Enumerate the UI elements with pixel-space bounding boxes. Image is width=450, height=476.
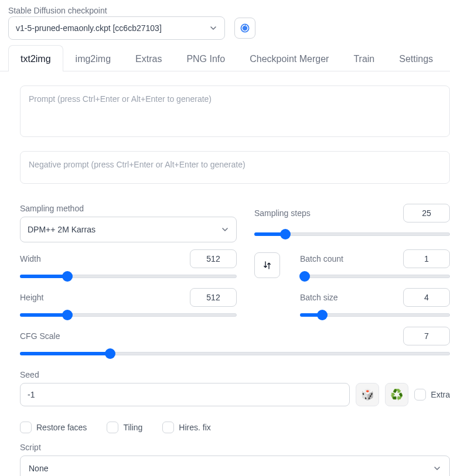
checkpoint-value: v1-5-pruned-emaonly.ckpt [cc6cb27103] <box>16 23 162 33</box>
sampling-method-field: Sampling method DPM++ 2M Karras <box>20 204 237 242</box>
swap-dimensions-button[interactable] <box>254 252 280 278</box>
width-slider[interactable] <box>20 272 237 281</box>
chevron-down-icon <box>433 464 441 472</box>
checkpoint-select[interactable]: v1-5-pruned-emaonly.ckpt [cc6cb27103] <box>8 16 225 40</box>
batch-size-label: Batch size <box>300 293 338 302</box>
hires-fix-checkbox[interactable] <box>162 422 174 433</box>
chevron-down-icon <box>221 225 229 234</box>
batch-count-value[interactable]: 1 <box>403 249 450 268</box>
cfg-scale-slider[interactable] <box>20 349 450 358</box>
script-label: Script <box>20 443 450 452</box>
sampling-method-select[interactable]: DPM++ 2M Karras <box>20 217 237 242</box>
tab-img2img[interactable]: img2img <box>63 45 123 71</box>
tab-checkpoint-merger[interactable]: Checkpoint Merger <box>237 45 341 71</box>
seed-random-button[interactable]: 🎲 <box>356 383 379 406</box>
recycle-icon: ♻️ <box>390 388 403 401</box>
width-label: Width <box>20 254 41 263</box>
negative-prompt-textarea[interactable]: Negative prompt (press Ctrl+Enter or Alt… <box>20 151 450 184</box>
height-value[interactable]: 512 <box>190 288 237 307</box>
seed-reuse-button[interactable]: ♻️ <box>385 383 408 406</box>
batch-size-value[interactable]: 4 <box>403 288 450 307</box>
tab-extras[interactable]: Extras <box>123 45 174 71</box>
tab-bar: txt2img img2img Extras PNG Info Checkpoi… <box>0 44 450 71</box>
sampling-steps-label: Sampling steps <box>254 208 311 218</box>
width-value[interactable]: 512 <box>190 249 237 268</box>
height-slider[interactable] <box>20 310 237 320</box>
negative-prompt-placeholder: Negative prompt (press Ctrl+Enter or Alt… <box>29 160 246 169</box>
seed-value: -1 <box>28 390 35 399</box>
seed-extra-label: Extra <box>431 390 450 399</box>
prompt-textarea[interactable]: Prompt (press Ctrl+Enter or Alt+Enter to… <box>20 85 450 137</box>
hires-fix-label: Hires. fix <box>179 423 210 432</box>
checkpoint-label: Stable Diffusion checkpoint <box>8 6 225 15</box>
restore-faces-label: Restore faces <box>36 423 87 432</box>
batch-count-slider[interactable] <box>300 272 450 281</box>
batch-count-label: Batch count <box>300 254 343 263</box>
batch-size-slider[interactable] <box>300 310 450 320</box>
swap-icon <box>262 260 272 270</box>
dice-icon: 🎲 <box>361 388 374 401</box>
cfg-scale-label: CFG Scale <box>20 331 60 341</box>
tab-txt2img[interactable]: txt2img <box>8 45 63 71</box>
seed-input[interactable]: -1 <box>20 383 350 406</box>
height-label: Height <box>20 293 43 302</box>
sampling-steps-value[interactable]: 25 <box>403 204 450 222</box>
script-select[interactable]: None <box>20 456 450 476</box>
chevron-down-icon <box>209 24 217 32</box>
tiling-label: Tiling <box>123 423 142 432</box>
tab-train[interactable]: Train <box>341 45 387 71</box>
refresh-checkpoint-button[interactable] <box>234 18 255 39</box>
refresh-icon <box>239 22 251 34</box>
sampling-method-label: Sampling method <box>20 204 237 213</box>
cfg-scale-value[interactable]: 7 <box>403 327 450 345</box>
tab-png-info[interactable]: PNG Info <box>174 45 237 71</box>
script-value: None <box>29 464 48 473</box>
sampling-method-value: DPM++ 2M Karras <box>28 225 96 234</box>
seed-extra-checkbox[interactable] <box>414 389 426 400</box>
prompt-placeholder: Prompt (press Ctrl+Enter or Alt+Enter to… <box>29 94 212 104</box>
restore-faces-checkbox[interactable] <box>20 422 32 433</box>
sampling-steps-slider[interactable] <box>254 230 450 239</box>
tab-settings[interactable]: Settings <box>387 45 445 71</box>
tiling-checkbox[interactable] <box>107 422 118 433</box>
seed-label: Seed <box>20 370 450 379</box>
